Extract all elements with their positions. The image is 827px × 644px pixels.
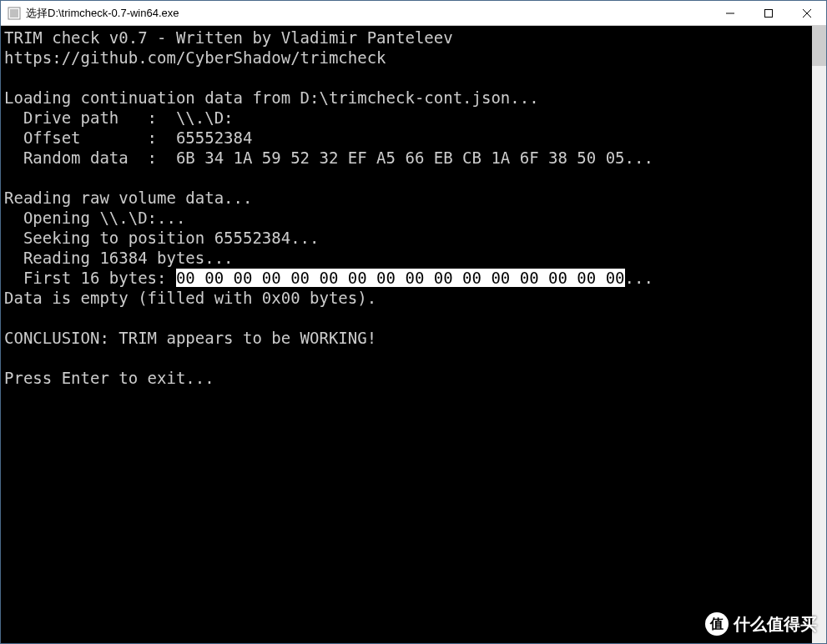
console-window: 选择D:\trimcheck-0.7-win64.exe TRIM check … xyxy=(0,0,827,644)
vertical-scrollbar[interactable] xyxy=(812,26,826,643)
window-controls xyxy=(711,1,826,25)
console-line: Reading 16384 bytes... xyxy=(4,249,234,267)
console-line: https://github.com/CyberShadow/trimcheck xyxy=(4,48,386,67)
console-line: Drive path : \\.\D: xyxy=(4,108,234,127)
svg-rect-3 xyxy=(765,9,773,17)
app-icon xyxy=(8,7,21,20)
console-line: Random data : 6B 34 1A 59 52 32 EF A5 66… xyxy=(4,148,653,167)
close-button[interactable] xyxy=(788,1,826,25)
console-line: Seeking to position 65552384... xyxy=(4,229,320,247)
console-line: TRIM check v0.7 - Written by Vladimir Pa… xyxy=(4,28,453,47)
maximize-button[interactable] xyxy=(749,1,788,25)
console-line: Loading continuation data from D:\trimch… xyxy=(4,88,539,107)
console-selection: 00 00 00 00 00 00 00 00 00 00 00 00 00 0… xyxy=(176,269,625,287)
console-client-area: TRIM check v0.7 - Written by Vladimir Pa… xyxy=(1,26,826,643)
scrollbar-thumb[interactable] xyxy=(812,26,826,66)
console-line: Data is empty (filled with 0x00 bytes). xyxy=(4,289,376,307)
console-line: Reading raw volume data... xyxy=(4,189,252,207)
titlebar[interactable]: 选择D:\trimcheck-0.7-win64.exe xyxy=(1,1,826,26)
console-line: Offset : 65552384 xyxy=(4,128,252,147)
console-line-prefix: First 16 bytes: xyxy=(4,269,176,287)
console-output[interactable]: TRIM check v0.7 - Written by Vladimir Pa… xyxy=(1,26,812,643)
minimize-button[interactable] xyxy=(711,1,749,25)
console-line-suffix: ... xyxy=(625,269,653,287)
console-line: Opening \\.\D:... xyxy=(4,209,185,227)
svg-rect-1 xyxy=(10,9,18,18)
window-title: 选择D:\trimcheck-0.7-win64.exe xyxy=(26,6,711,21)
console-line: CONCLUSION: TRIM appears to be WORKING! xyxy=(4,329,376,347)
console-line: Press Enter to exit... xyxy=(4,369,214,387)
